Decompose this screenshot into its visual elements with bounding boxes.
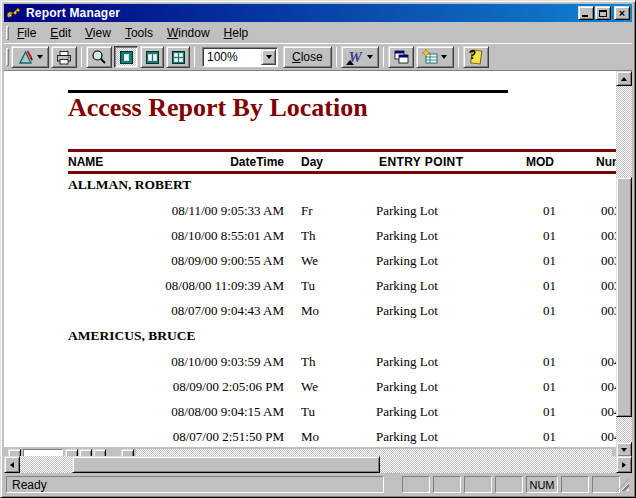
multi-page-view-button[interactable] <box>166 46 190 68</box>
menu-file[interactable]: File <box>10 24 43 43</box>
one-page-icon <box>120 51 133 64</box>
key-icon <box>6 6 22 21</box>
cell-day: We <box>301 248 318 273</box>
status-panel <box>402 476 430 493</box>
scroll-right-button[interactable] <box>616 456 632 473</box>
multi-page-icon <box>172 51 185 64</box>
page-scroll-track[interactable] <box>136 449 612 456</box>
status-panel <box>433 476 461 493</box>
table-row: 08/10/00 8:55:01 AM Th Parking Lot 01 00… <box>4 223 620 248</box>
export-word-button[interactable]: W <box>341 46 379 68</box>
horizontal-scrollbar[interactable] <box>4 456 632 473</box>
zoom-level-combo[interactable]: 100% <box>202 47 278 67</box>
toolbar: 100% Close W <box>4 43 632 70</box>
zoom-level-value[interactable]: 100% <box>203 50 261 64</box>
status-bar: Ready NUM <box>4 473 632 494</box>
cell-mod: 01 <box>484 424 556 448</box>
printer-icon <box>56 50 72 65</box>
menu-tools[interactable]: Tools <box>118 24 160 43</box>
arrow-right-icon <box>622 462 626 468</box>
column-header-row: NAME DateTime Day ENTRY POINT MOD Number <box>4 153 620 171</box>
menu-bar: File Edit View Tools Window Help <box>4 23 632 43</box>
zoom-button[interactable] <box>86 46 112 68</box>
first-page-button[interactable] <box>8 449 21 456</box>
question-mark-glyph: ? <box>469 48 476 62</box>
minimize-button[interactable] <box>578 6 594 20</box>
arrow-up-icon <box>621 77 627 81</box>
maximize-button[interactable] <box>595 6 611 20</box>
column-header-entry-point: ENTRY POINT <box>379 153 463 171</box>
page-scroll-left-button[interactable] <box>121 449 134 456</box>
new-report-button[interactable] <box>416 46 454 68</box>
cell-mod: 01 <box>484 273 556 298</box>
cell-day: Mo <box>301 424 319 448</box>
toolbar-separator <box>336 47 337 67</box>
header-rule-top <box>68 149 620 152</box>
last-page-button[interactable] <box>93 449 106 456</box>
toolbar-separator <box>81 47 82 67</box>
design-report-button[interactable] <box>11 46 49 68</box>
export-dropdown-icon[interactable] <box>367 55 373 59</box>
cell-mod: 01 <box>484 349 556 374</box>
menu-view[interactable]: View <box>78 24 118 43</box>
chevron-down-icon <box>266 55 272 59</box>
table-row: 08/09/00 9:00:55 AM We Parking Lot 01 00… <box>4 248 620 273</box>
cell-entry-point: Parking Lot <box>376 424 438 448</box>
help-button[interactable]: ? <box>463 46 489 68</box>
cell-day: Fr <box>301 198 313 223</box>
page-number-box[interactable] <box>23 449 63 456</box>
status-message: Ready <box>6 476 384 493</box>
column-header-datetime: DateTime <box>124 153 284 171</box>
menu-edit[interactable]: Edit <box>43 24 78 43</box>
window-list-button[interactable] <box>388 46 414 68</box>
cell-datetime: 08/07/00 2:51:50 PM <box>104 424 284 448</box>
cell-datetime: 08/11/00 9:05:33 AM <box>104 198 284 223</box>
cell-mod: 01 <box>484 399 556 424</box>
two-page-view-button[interactable] <box>140 46 164 68</box>
cell-entry-point: Parking Lot <box>376 273 438 298</box>
cell-entry-point: Parking Lot <box>376 298 438 323</box>
menu-window[interactable]: Window <box>160 24 217 43</box>
next-page-button[interactable] <box>79 449 92 456</box>
two-page-icon <box>146 51 159 64</box>
scroll-up-button[interactable] <box>616 71 632 86</box>
vertical-scrollbar[interactable] <box>616 71 632 457</box>
cell-mod: 01 <box>484 374 556 399</box>
status-panel <box>495 476 523 493</box>
status-panel <box>592 476 620 493</box>
toolbar-separator <box>383 47 384 67</box>
menu-help[interactable]: Help <box>217 24 256 43</box>
close-preview-button[interactable]: Close <box>283 46 332 68</box>
cascade-windows-icon <box>393 49 409 65</box>
toolbar-separator <box>194 47 195 67</box>
zoom-combo-dropdown-button[interactable] <box>261 49 276 65</box>
arrow-left-icon <box>10 462 14 468</box>
toolbar-grip[interactable] <box>6 48 9 66</box>
print-button[interactable] <box>51 46 77 68</box>
scroll-left-button[interactable] <box>4 456 20 473</box>
cell-datetime: 08/09/00 9:00:55 AM <box>104 248 284 273</box>
scroll-down-button[interactable] <box>616 442 632 457</box>
cell-datetime: 08/08/00 11:09:39 AM <box>104 273 284 298</box>
cell-day: We <box>301 374 318 399</box>
table-row: 08/10/00 9:03:59 AM Th Parking Lot 01 00… <box>4 349 620 374</box>
toolbar-separator <box>458 47 459 67</box>
menubar-grip[interactable] <box>6 26 9 40</box>
arrow-down-icon <box>621 448 627 452</box>
vertical-scroll-thumb[interactable] <box>616 177 632 417</box>
one-page-view-button[interactable] <box>114 46 138 68</box>
maximize-icon <box>599 10 607 17</box>
report-page: Access Report By Location NAME DateTime … <box>4 71 620 448</box>
design-dropdown-icon[interactable] <box>37 55 43 59</box>
new-report-dropdown-icon[interactable] <box>441 55 447 59</box>
table-row: 08/08/00 9:04:15 AM Tu Parking Lot 01 00… <box>4 399 620 424</box>
table-row: 08/07/00 9:04:43 AM Mo Parking Lot 01 00… <box>4 298 620 323</box>
close-window-button[interactable]: × <box>614 6 630 20</box>
table-row: 08/08/00 11:09:39 AM Tu Parking Lot 01 0… <box>4 273 620 298</box>
prev-page-button[interactable] <box>65 449 78 456</box>
titlebar[interactable]: Report Manager × <box>4 4 632 22</box>
new-report-icon <box>422 49 438 65</box>
horizontal-scroll-thumb[interactable] <box>72 456 380 473</box>
cell-mod: 01 <box>484 198 556 223</box>
cell-day: Th <box>301 223 315 248</box>
